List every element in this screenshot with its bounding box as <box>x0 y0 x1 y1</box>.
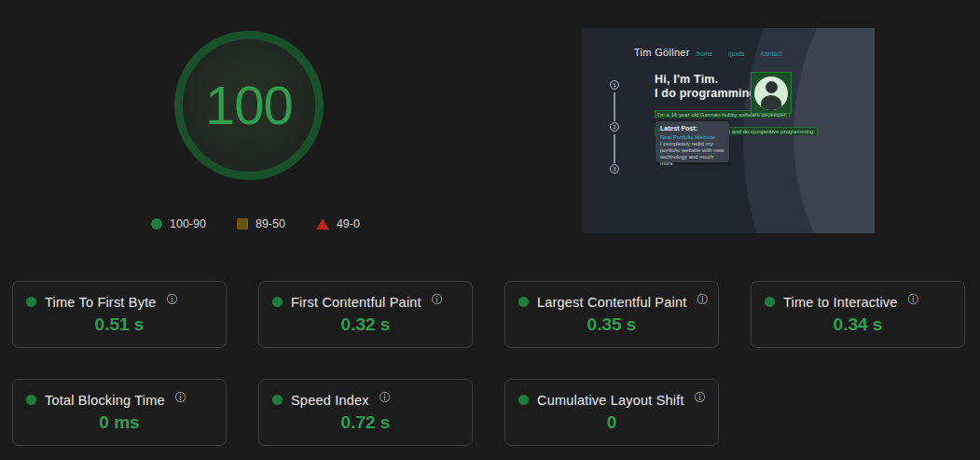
legend-label-pass: 100-90 <box>170 217 206 230</box>
metric-label: Time to Interactive <box>783 295 898 310</box>
page-screenshot-preview: Tim Göllner /home /posts /contact 1 2 3 … <box>582 28 875 233</box>
preview-site-title: Tim Göllner <box>634 47 690 58</box>
latest-post-body: I completely redid my portfolio website … <box>660 141 725 167</box>
latest-post-card: Latest Post: New Portfolio Website I com… <box>656 121 729 162</box>
metric-status-dot <box>272 395 283 405</box>
metric-status-dot <box>518 297 529 307</box>
legend-item-average: 89-50 <box>237 217 285 230</box>
preview-hero-title: Hi, I'm Tim. I do programming. <box>655 73 760 101</box>
info-icon[interactable]: ⓘ <box>167 292 178 308</box>
metric-card-tti: Time to Interactive ⓘ 0.34 s <box>751 281 965 348</box>
metric-card-cls: Cumulative Layout Shift ⓘ 0 <box>504 379 719 446</box>
timeline-connector <box>614 92 615 121</box>
legend-label-average: 89-50 <box>255 217 285 230</box>
legend-item-fail: 49-0 <box>316 217 360 230</box>
timeline-connector <box>614 134 615 163</box>
info-icon[interactable]: ⓘ <box>175 390 186 406</box>
metric-label: Time To First Byte <box>45 295 157 310</box>
person-icon <box>754 77 788 110</box>
info-icon[interactable]: ⓘ <box>697 292 708 308</box>
metric-value: 0.35 s <box>505 314 718 335</box>
metric-value: 0 <box>505 412 718 433</box>
metric-label: Cumulative Layout Shift <box>537 393 684 408</box>
metric-value: 0.51 s <box>13 314 226 335</box>
preview-nav-posts: /posts <box>728 50 744 57</box>
metric-status-dot <box>26 395 36 405</box>
info-icon[interactable]: ⓘ <box>380 390 391 406</box>
timeline-step-1: 1 <box>610 80 619 90</box>
timeline-step-2: 2 <box>610 122 619 132</box>
metric-card-ttfb: Time To First Byte ⓘ 0.51 s <box>12 281 227 348</box>
metric-status-dot <box>518 395 529 405</box>
metric-status-dot <box>765 297 775 307</box>
info-icon[interactable]: ⓘ <box>908 292 919 308</box>
red-triangle-icon <box>316 218 329 230</box>
avatar <box>751 72 792 114</box>
metric-label: Speed Index <box>291 393 369 408</box>
legend-label-fail: 49-0 <box>337 217 360 230</box>
info-icon[interactable]: ⓘ <box>432 292 443 308</box>
metric-card-lcp: Largest Contentful Paint ⓘ 0.35 s <box>504 281 719 348</box>
metric-value: 0.32 s <box>259 314 472 335</box>
preview-nav: /home /posts /contact <box>696 50 781 57</box>
preview-nav-contact: /contact <box>760 50 781 57</box>
performance-score-gauge: 100 <box>174 31 324 180</box>
metric-value: 0 ms <box>13 412 226 433</box>
metric-card-speed-index: Speed Index ⓘ 0.72 s <box>258 379 473 446</box>
score-legend: 100-90 89-50 49-0 <box>151 217 360 230</box>
metrics-grid: Time To First Byte ⓘ 0.51 s First Conten… <box>12 281 965 446</box>
latest-post-title: Latest Post: <box>660 125 725 132</box>
performance-score: 100 <box>205 78 293 132</box>
info-icon[interactable]: ⓘ <box>695 390 706 406</box>
metric-value: 0.34 s <box>752 314 964 335</box>
metric-label: Total Blocking Time <box>45 393 165 408</box>
yellow-square-icon <box>237 218 248 230</box>
legend-item-pass: 100-90 <box>151 217 206 230</box>
metric-card-fcp: First Contentful Paint ⓘ 0.32 s <box>258 281 473 348</box>
preview-nav-home: /home <box>696 50 712 57</box>
hero-line-1: Hi, I'm Tim. <box>655 73 718 86</box>
green-circle-icon <box>151 218 162 230</box>
hero-line-2: I do programming. <box>655 87 760 100</box>
metric-label: First Contentful Paint <box>291 295 421 310</box>
performance-report: 100 100-90 89-50 49-0 Tim Göllner /home … <box>0 0 980 460</box>
metric-status-dot <box>26 297 36 307</box>
metric-label: Largest Contentful Paint <box>537 295 686 310</box>
latest-post-link: New Portfolio Website <box>660 134 725 140</box>
metric-status-dot <box>272 297 283 307</box>
metric-value: 0.72 s <box>259 412 472 433</box>
metric-card-tbt: Total Blocking Time ⓘ 0 ms <box>12 379 227 446</box>
timeline-step-3: 3 <box>610 164 619 174</box>
